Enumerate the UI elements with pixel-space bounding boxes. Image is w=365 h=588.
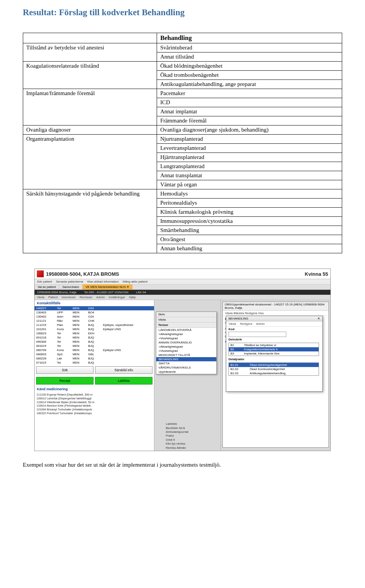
list-item[interactable]: Upphävande (156, 370, 216, 374)
table-row[interactable]: 071015TelMENBJQ (35, 361, 154, 365)
center-panel: Skriv Växla Termer LÄKEMEDELSÖVERKÄ>Allv… (154, 300, 221, 451)
tab-val[interactable]: Val av patient (35, 284, 59, 289)
table-row[interactable]: 101201KonsMENBJQEpilepsi UNS (35, 327, 154, 331)
list-item[interactable]: SMITTA (156, 361, 216, 366)
table-row[interactable]: B1:01Ökad blödningsbenägenhet (229, 363, 319, 367)
list-item[interactable]: 121004 Bricanyl Turbuhaler (Inhalationsp… (36, 408, 152, 412)
list-item[interactable]: ANNAN ÖVERKÄNSLIG (156, 340, 216, 345)
list-item[interactable]: >Visshetsgrad (156, 336, 216, 340)
list-item[interactable]: >Visshetsgrad (156, 349, 216, 353)
menu-item[interactable]: Admin (256, 322, 265, 326)
menu-item[interactable]: Admin (96, 296, 105, 299)
patient-header: 19580808-5004, KATJA BROMS (37, 270, 119, 277)
tab-active[interactable]: VE MEN Medicinkliniken NLN ✕ (83, 284, 133, 289)
lablista-button[interactable]: Lablista (95, 377, 152, 385)
list-item-selected[interactable]: BEHANDLING (156, 357, 216, 361)
table-row[interactable]: B2Koagulationsrelaterade ti (229, 347, 319, 351)
list-item[interactable]: >Allvarlighetsgrad (156, 332, 216, 336)
table-row[interactable]: B1:02Ökad trombosbenägenhet (229, 367, 319, 371)
value-cell: Ökad blödningsbenägenhet (157, 62, 342, 71)
patient-info: Kvinna 55 (305, 271, 328, 277)
list-item[interactable]: Orbit 5 (166, 438, 189, 442)
value-cell: Oro/ångest (157, 235, 342, 244)
menu-item[interactable]: Redigera (240, 322, 252, 326)
list-item[interactable]: Prator (166, 434, 189, 438)
group-label-cell: Organtransplantation (23, 135, 157, 189)
toolbar-senaste[interactable]: Senaste patienterna (56, 280, 83, 283)
list-item[interactable]: 110614 Alvedon forte (Filmdragerad table… (36, 404, 152, 408)
list-item[interactable]: 100322 Pulmicort Turbuhaler (Inhalations… (36, 412, 152, 415)
list-item[interactable]: VÅRDRUTINAVVIKELS (156, 366, 216, 370)
tab-samordnare[interactable]: Samordnare (59, 284, 83, 289)
ctx-tel: Tel 099 - 411000 UST VGN/VGN (84, 291, 129, 294)
close-icon[interactable]: ✕ (317, 317, 320, 320)
popup-vaxla[interactable]: Växla (156, 317, 216, 323)
table-row[interactable]: B3Implantat, främmande före (229, 351, 319, 356)
list-item[interactable]: Ambulansjournal (166, 430, 189, 434)
list-item[interactable]: 110614 Diklofenak Mylan (Enterotablett, … (36, 400, 152, 404)
table-row[interactable]: 080228LabMENBJQ (35, 356, 154, 361)
value-cell: Hjärttransplanterad (157, 153, 342, 162)
list-item[interactable]: LabWeb (166, 422, 189, 426)
ctx-patient: 19580808-5004 Broms, Katja (37, 291, 76, 294)
popup-skriv[interactable]: Skriv (156, 312, 216, 317)
table-row[interactable]: B1:03Antikoagulantiabehandling, (229, 371, 319, 376)
value-cell: Ovanliga diagnoser(ange sjukdom, behandl… (157, 126, 342, 135)
table-row[interactable]: 100623TelMENEKH (35, 331, 154, 335)
menu-item[interactable]: Hjälp (129, 296, 136, 299)
behandling-table: Behandling Tillstånd av betydelse vid an… (23, 33, 342, 253)
menu-item[interactable]: Inställningar (109, 296, 125, 299)
detaljrader-table[interactable]: B1:01Ökad blödningsbenägenhetB1:02Ökad t… (229, 362, 319, 376)
recept-button[interactable]: Recept (36, 377, 94, 385)
encounter-table[interactable]: 140227TelMENO24130403UPPMENBO4130402AdmM… (35, 306, 154, 365)
behandling-popup: BEHANDLING ✕ VäxlaRedigeraAdmin Kod Delr… (226, 316, 323, 392)
value-cell: Levertransplanterad (157, 144, 342, 153)
table-row[interactable]: 081015TelMENBJQ (35, 344, 154, 348)
group-label-cell: Implantat/främmande föremål (23, 89, 157, 126)
value-cell: Annat tillstånd (157, 52, 342, 62)
table-row[interactable]: 130402AdmMENO24 (35, 315, 154, 319)
value-cell: Annat implantat (157, 107, 342, 116)
table-row[interactable]: 130403UPPMENBO4 (35, 310, 154, 315)
kod-input[interactable] (229, 332, 286, 337)
list-item[interactable]: 120612 Lamictal (Dispergerbar tablett/tu… (36, 397, 152, 400)
delrubrik-table[interactable]: B1Tillstånd av betydelse viB2Koagulation… (229, 343, 319, 356)
right-panel: OBS/Uppmärksamhet strukturerad - 140227 … (221, 300, 330, 451)
delrubrik-label: Delrubrik (226, 337, 322, 342)
table-row[interactable]: 121121RådMENCHK (35, 319, 154, 323)
list-item[interactable]: >Allvarlighetsgrad (156, 345, 216, 349)
toolbar-visa[interactable]: Visa utökad information (87, 280, 119, 283)
table-row[interactable]: 090306TelMENBJQ (35, 340, 154, 344)
table-row[interactable]: 091218TelMENBJQ (35, 335, 154, 340)
sarskild-info-button[interactable]: Särskild info (95, 366, 152, 374)
medication-list[interactable]: 111220 Ergenyl Retard (Depottablett, 300… (35, 392, 154, 416)
list-item[interactable]: LÄKEMEDELSÖVERKÄ (156, 328, 216, 332)
menu-item[interactable]: Växla (37, 296, 44, 299)
table-row[interactable]: 140227TelMENO24 (35, 306, 154, 310)
table-row[interactable]: B1Tillstånd av betydelse vi (229, 343, 319, 348)
menu-item[interactable]: Växla (229, 322, 236, 326)
toolbar-stang[interactable]: Stäng aktiv patient (122, 280, 148, 283)
toolbar-sok[interactable]: Sök patient (37, 280, 52, 283)
menu-item[interactable]: Remisser (79, 296, 92, 299)
obs-sub-toolbar[interactable]: Växla Bläddra Redigera Viss (223, 311, 328, 316)
table-row[interactable]: 080709KonsMENBJQEpilepsi UNS (35, 348, 154, 352)
table-header: Behandling (157, 33, 342, 43)
value-cell: Pacemaker (157, 89, 342, 98)
external-systems-list: LabWebBlodWeb NLNAmbulansjournalPratorOr… (166, 422, 189, 450)
obs-title: OBS/Uppmärksamhet strukturerad - 140227 … (223, 302, 328, 311)
termer-list[interactable]: LÄKEMEDELSÖVERKÄ>Allvarlighetsgrad>Vissh… (156, 328, 216, 374)
list-item[interactable]: MEDICINSKT TILLSTÅ (156, 353, 216, 357)
value-cell: ICD (157, 98, 342, 107)
menu-item[interactable]: Inremisser (62, 296, 76, 299)
tab-bar: Val av patient Samordnare VE MEN Medicin… (35, 284, 330, 290)
list-item[interactable]: BlodWeb NLN (166, 426, 189, 430)
list-item[interactable]: Remiss Allmän (166, 446, 189, 450)
menu-item[interactable]: Patient (48, 296, 58, 299)
table-row[interactable]: 080603SpSMENGBL (35, 352, 154, 356)
list-item[interactable]: 111220 Ergenyl Retard (Depottablett, 300… (36, 393, 152, 397)
sok-button[interactable]: Sök (36, 366, 94, 374)
empty-header-cell (23, 33, 157, 43)
list-item[interactable]: Klin fys remiss (166, 442, 189, 446)
table-row[interactable]: 111215PlanMENBJQEpilepsi, ospecificerad (35, 323, 154, 327)
